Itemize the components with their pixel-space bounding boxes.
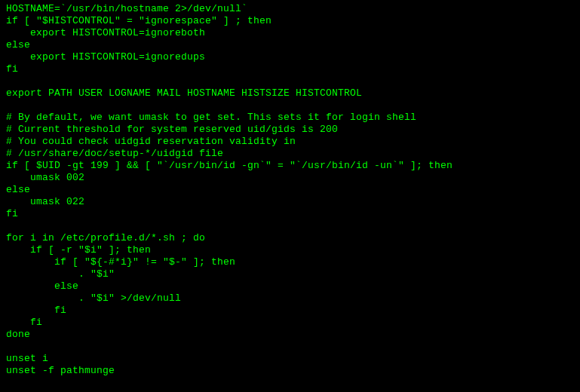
terminal-output: HOSTNAME=`/usr/bin/hostname 2>/dev/null`… xyxy=(6,3,574,377)
